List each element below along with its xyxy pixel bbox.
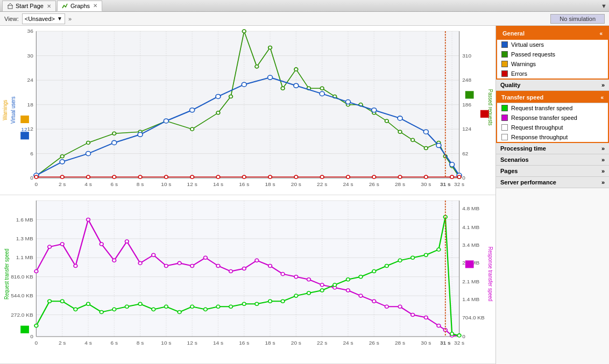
svg-point-98: [138, 132, 143, 137]
svg-point-255: [268, 299, 272, 303]
svg-rect-133: [465, 91, 474, 98]
sidebar-item-passed-requests[interactable]: Passed requests: [497, 49, 608, 59]
scenarios-label: Scenarios: [500, 156, 529, 163]
sidebar-section-pages[interactable]: Pages »: [496, 166, 609, 177]
svg-point-72: [190, 127, 194, 131]
svg-point-222: [281, 272, 285, 275]
svg-rect-272: [20, 325, 29, 333]
quality-label: Quality: [500, 82, 520, 88]
svg-text:36: 36: [27, 28, 33, 34]
svg-point-215: [190, 264, 194, 267]
svg-point-128: [424, 175, 428, 179]
quality-expand-icon: »: [601, 82, 605, 88]
svg-point-208: [100, 242, 103, 245]
bottom-chart-svg: 0 272.0 KB 544.0 KB 816.0 KB 1.1 MB 1.3 …: [0, 195, 495, 364]
svg-text:4.1 MB: 4.1 MB: [462, 224, 479, 230]
svg-point-237: [34, 324, 38, 327]
svg-text:12 s: 12 s: [187, 340, 197, 345]
sidebar-section-quality[interactable]: Quality »: [496, 80, 609, 91]
svg-text:20 s: 20 s: [291, 340, 301, 345]
svg-text:544.0 KB: 544.0 KB: [11, 292, 33, 298]
svg-point-89: [424, 147, 428, 150]
pages-expand-icon: »: [601, 168, 605, 174]
svg-text:4 s: 4 s: [84, 340, 92, 345]
svg-point-99: [164, 119, 168, 123]
svg-text:0: 0: [462, 175, 465, 181]
svg-text:22 s: 22 s: [317, 182, 327, 187]
sidebar-section-server-performance[interactable]: Server performance »: [496, 177, 609, 188]
view-select[interactable]: <Unsaved> ▼: [22, 13, 65, 24]
sidebar-item-virtual-users[interactable]: Virtual users: [497, 40, 608, 49]
svg-text:24 s: 24 s: [343, 340, 353, 345]
sidebar-section-scenarios[interactable]: Scenarios »: [496, 154, 609, 166]
response-throughput-checkbox[interactable]: [501, 134, 508, 140]
svg-point-246: [152, 308, 155, 311]
svg-text:12 s: 12 s: [187, 182, 197, 187]
request-throughput-checkbox[interactable]: [501, 124, 508, 131]
processing-time-label: Processing time: [500, 145, 546, 152]
sidebar-section-processing-time[interactable]: Processing time »: [496, 143, 609, 154]
tab-graphs-close[interactable]: ✕: [93, 3, 97, 9]
svg-rect-131: [20, 116, 29, 123]
general-section-header[interactable]: General «: [497, 27, 608, 40]
svg-text:18 s: 18 s: [265, 340, 275, 345]
svg-point-271: [457, 333, 461, 337]
warnings-color: [501, 61, 508, 67]
sidebar-item-request-throughput[interactable]: Request throughput: [497, 123, 608, 132]
sidebar-item-warnings[interactable]: Warnings: [497, 59, 608, 69]
tab-start-page[interactable]: Start Page ✕: [2, 1, 56, 11]
tab-graphs-label: Graphs: [70, 3, 90, 9]
svg-point-79: [294, 68, 298, 71]
virtual-users-label: Virtual users: [511, 41, 544, 48]
svg-text:310: 310: [462, 53, 471, 58]
pages-label: Pages: [500, 168, 518, 174]
svg-point-223: [294, 275, 298, 278]
toolbar: View: <Unsaved> ▼ » No simulation: [0, 12, 609, 26]
svg-point-203: [34, 269, 38, 273]
svg-text:8 s: 8 s: [137, 340, 144, 345]
svg-text:0: 0: [35, 182, 38, 187]
svg-point-119: [190, 175, 194, 179]
toolbar-more-button[interactable]: »: [68, 16, 72, 22]
svg-text:4.8 MB: 4.8 MB: [462, 205, 479, 211]
svg-point-245: [138, 302, 142, 305]
svg-text:1.1 MB: 1.1 MB: [16, 254, 33, 260]
svg-point-95: [60, 160, 65, 164]
tab-graphs[interactable]: Graphs ✕: [57, 1, 102, 11]
svg-text:22 s: 22 s: [317, 340, 327, 345]
svg-text:26 s: 26 s: [369, 340, 379, 345]
sidebar-item-errors[interactable]: Errors: [497, 69, 608, 78]
svg-point-242: [100, 310, 103, 313]
svg-point-130: [457, 175, 461, 179]
svg-point-254: [255, 302, 259, 305]
svg-text:10 s: 10 s: [161, 340, 171, 345]
svg-point-67: [60, 155, 64, 158]
svg-text:3.4 MB: 3.4 MB: [462, 242, 479, 247]
tab-start-page-close[interactable]: ✕: [47, 3, 51, 9]
svg-text:124: 124: [462, 126, 472, 132]
svg-text:10 s: 10 s: [161, 182, 171, 187]
svg-point-225: [320, 283, 324, 286]
svg-point-267: [424, 253, 428, 256]
svg-point-248: [178, 310, 181, 313]
svg-point-106: [345, 100, 350, 104]
svg-point-78: [281, 87, 285, 90]
svg-text:30 s: 30 s: [421, 182, 431, 187]
transfer-speed-header[interactable]: Transfer speed «: [497, 92, 608, 103]
svg-point-102: [242, 82, 246, 87]
sidebar-item-response-transfer[interactable]: Response transfer speed: [497, 113, 608, 123]
svg-point-211: [138, 261, 142, 265]
svg-text:32 s: 32 s: [454, 182, 464, 187]
svg-point-268: [437, 248, 441, 251]
svg-text:30: 30: [27, 53, 33, 58]
svg-text:24 s: 24 s: [343, 182, 353, 187]
svg-point-247: [165, 305, 168, 308]
svg-text:704.0 KB: 704.0 KB: [462, 315, 485, 320]
svg-point-96: [86, 152, 90, 156]
svg-text:20 s: 20 s: [291, 182, 301, 187]
sidebar-item-response-throughput[interactable]: Response throughput: [497, 132, 608, 142]
svg-point-258: [307, 291, 311, 294]
svg-point-219: [242, 267, 246, 270]
window-controls[interactable]: ▼: [601, 3, 607, 9]
sidebar-item-request-transfer[interactable]: Request transfer speed: [497, 103, 608, 113]
